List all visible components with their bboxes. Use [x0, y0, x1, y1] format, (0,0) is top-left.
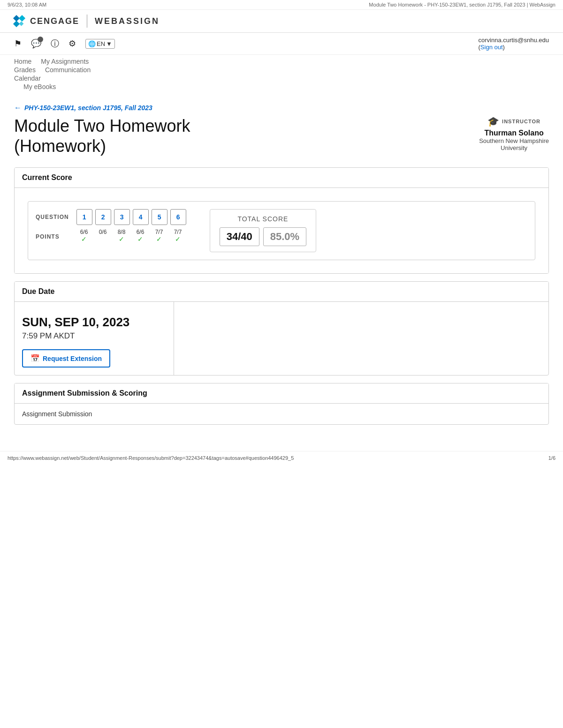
point-fraction-1: 6/6 [76, 229, 92, 235]
logo-area: CENGAGE WEBASSIGN [14, 15, 160, 28]
request-extension-button[interactable]: 📅 Request Extension [22, 349, 110, 368]
point-fraction-5: 7/7 [151, 229, 167, 235]
language-selector[interactable]: 🌐 EN ▼ [85, 39, 115, 49]
footer: https://www.webassign.net/web/Student/As… [0, 451, 563, 465]
tab-title: Module Two Homework - PHY-150-23EW1, sec… [369, 2, 555, 8]
signout-link[interactable]: Sign out [480, 44, 503, 51]
due-date-title: Due Date [22, 287, 54, 295]
cengage-logo-text: CENGAGE [30, 16, 79, 26]
question-btn-3[interactable]: 3 [114, 209, 130, 225]
question-label: QUESTION [36, 209, 69, 220]
instructor-info: 🎓 INSTRUCTOR Thurman Solano Southern New… [479, 116, 549, 151]
point-check-1: ✓ [76, 235, 92, 243]
instructor-label: INSTRUCTOR [502, 119, 540, 124]
nav-communication[interactable]: Communication [45, 66, 91, 74]
assignment-header: Module Two Homework (Homework) 🎓 INSTRUC… [14, 116, 549, 156]
question-btn-2[interactable]: 2 [95, 209, 111, 225]
navigation: Home My Assignments Grades Communication… [0, 55, 563, 90]
user-email: corvinna.curtis@snhu.edu [479, 37, 549, 44]
instructor-cap-icon: 🎓 [487, 116, 499, 127]
due-date-right-col [174, 302, 548, 375]
top-bar: 9/6/23, 10:08 AM Module Two Homework - P… [0, 0, 563, 10]
current-score-body: QUESTION 1 2 3 4 5 6 [15, 188, 548, 273]
nav-home[interactable]: Home [14, 58, 31, 65]
total-score-label: TOTAL SCORE [220, 215, 306, 223]
main-content: ← PHY-150-23EW1, section J1795, Fall 202… [0, 94, 563, 442]
point-item-1: 6/6 ✓ [76, 229, 92, 243]
submission-header: Assignment Submission & Scoring [15, 383, 548, 404]
points-row: POINTS 6/6 ✓ 0/6 ✓ [36, 229, 186, 243]
point-fraction-2: 0/6 [95, 229, 111, 235]
datetime: 9/6/23, 10:08 AM [8, 2, 46, 8]
point-item-6: 7/7 ✓ [170, 229, 186, 243]
points-label: POINTS [36, 229, 68, 240]
score-section: QUESTION 1 2 3 4 5 6 [28, 201, 535, 260]
question-row: QUESTION 1 2 3 4 5 6 [36, 209, 186, 225]
question-btn-6[interactable]: 6 [170, 209, 186, 225]
due-date-col: SUN, SEP 10, 2023 7:59 PM AKDT 📅 Request… [15, 302, 174, 375]
total-score-box: TOTAL SCORE 34/40 85.0% [210, 209, 316, 252]
webassign-logo-text: WEBASSIGN [95, 16, 160, 26]
submission-title: Assignment Submission & Scoring [22, 389, 147, 397]
submission-body: Assignment Submission [15, 404, 548, 424]
instructor-name: Thurman Solano [479, 129, 549, 137]
instructor-school-line2: University [479, 144, 549, 151]
nav-my-assignments[interactable]: My Assignments [41, 58, 89, 65]
point-fraction-6: 7/7 [170, 229, 186, 235]
submission-card: Assignment Submission & Scoring Assignme… [14, 383, 549, 425]
instructor-school-line1: Southern New Hampshire [479, 137, 549, 144]
due-date-date: SUN, SEP 10, 2023 [22, 315, 166, 330]
footer-url: https://www.webassign.net/web/Student/As… [8, 455, 294, 461]
assignment-title: Module Two Homework (Homework) [14, 116, 190, 156]
globe-icon: 🌐 [88, 40, 96, 47]
question-btn-1[interactable]: 1 [76, 209, 92, 225]
point-item-5: 7/7 ✓ [151, 229, 167, 243]
nav-grades[interactable]: Grades [14, 66, 36, 74]
point-check-6: ✓ [170, 235, 186, 243]
assignment-title-line1: Module Two Homework [14, 116, 190, 135]
point-fraction-4: 6/6 [132, 229, 148, 235]
page-number: 1/6 [548, 455, 555, 461]
nav-calendar[interactable]: Calendar [14, 75, 41, 82]
point-item-2: 0/6 ✓ [95, 229, 111, 243]
question-btn-4[interactable]: 4 [133, 209, 149, 225]
current-score-title: Current Score [22, 173, 72, 181]
point-check-5: ✓ [151, 235, 167, 243]
questions-area: QUESTION 1 2 3 4 5 6 [36, 209, 186, 243]
user-info: corvinna.curtis@snhu.edu (Sign out) [479, 37, 549, 51]
score-percent: 85.0% [263, 227, 306, 246]
assignment-title-line2: (Homework) [14, 136, 106, 156]
breadcrumb-link[interactable]: PHY-150-23EW1, section J1795, Fall 2023 [24, 104, 152, 112]
request-extension-label: Request Extension [43, 355, 102, 362]
total-score-values: 34/40 85.0% [220, 227, 306, 246]
chevron-down-icon: ▼ [106, 40, 112, 47]
points-items: 6/6 ✓ 0/6 ✓ 8/8 ✓ [76, 229, 186, 243]
logo-divider [87, 15, 87, 28]
due-date-card: Due Date SUN, SEP 10, 2023 7:59 PM AKDT … [14, 281, 549, 375]
current-score-card: Current Score QUESTION 1 2 3 4 [14, 167, 549, 274]
submission-sub-label: Assignment Submission [22, 410, 92, 418]
settings-icon[interactable]: ⚙ [68, 38, 76, 49]
nav-my-ebooks[interactable]: My eBooks [23, 83, 56, 90]
calendar-plus-icon: 📅 [30, 354, 40, 363]
question-buttons: 1 2 3 4 5 6 [76, 209, 186, 225]
due-date-time: 7:59 PM AKDT [22, 331, 166, 341]
current-score-header: Current Score [15, 168, 548, 188]
due-date-body: SUN, SEP 10, 2023 7:59 PM AKDT 📅 Request… [15, 302, 548, 375]
lang-label: EN [97, 40, 105, 47]
breadcrumb: ← PHY-150-23EW1, section J1795, Fall 202… [14, 104, 549, 112]
point-check-4: ✓ [132, 235, 148, 243]
point-item-4: 6/6 ✓ [132, 229, 148, 243]
due-date-header: Due Date [15, 282, 548, 302]
message-icon[interactable]: 💬 [31, 38, 41, 49]
header: CENGAGE WEBASSIGN [0, 10, 563, 33]
score-fraction: 34/40 [220, 227, 259, 246]
question-btn-5[interactable]: 5 [152, 209, 167, 225]
back-arrow-icon: ← [14, 104, 22, 112]
point-fraction-3: 8/8 [114, 229, 129, 235]
toolbar: ⚑ 💬 ⓘ ⚙ 🌐 EN ▼ corvinna.curtis@snhu.edu … [0, 33, 563, 55]
point-check-3: ✓ [114, 235, 129, 243]
point-check-2: ✓ [95, 235, 111, 243]
flag-icon[interactable]: ⚑ [14, 38, 22, 49]
help-icon[interactable]: ⓘ [51, 38, 59, 49]
